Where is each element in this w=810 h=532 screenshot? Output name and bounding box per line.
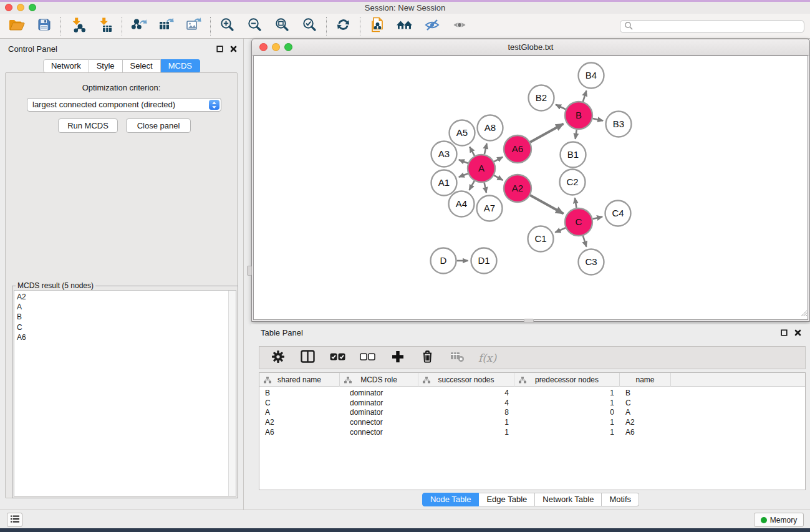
graph-node-C4[interactable]: C4 xyxy=(605,201,631,226)
graph-node-B2[interactable]: B2 xyxy=(529,85,554,111)
graph-node-label: C4 xyxy=(612,208,624,218)
delete-table-button[interactable] xyxy=(448,349,466,367)
graph-node-A4[interactable]: A4 xyxy=(449,191,475,217)
graph-node-C[interactable]: C xyxy=(565,208,592,236)
close-panel-icon[interactable] xyxy=(794,329,802,337)
tab-network-table[interactable]: Network Table xyxy=(535,493,602,506)
graph-node-C3[interactable]: C3 xyxy=(579,249,604,275)
result-scrollbar[interactable] xyxy=(228,291,236,496)
graph-node-A2[interactable]: A2 xyxy=(504,175,531,202)
toolbar-separator xyxy=(326,17,327,36)
mcds-result-item[interactable]: A xyxy=(14,302,228,312)
column-header-shared-name[interactable]: shared name xyxy=(259,373,340,387)
graph-node-A3[interactable]: A3 xyxy=(432,142,457,167)
table-row[interactable]: Cdominator41C xyxy=(259,398,805,408)
column-header-label: successor nodes xyxy=(438,375,494,384)
criterion-dropdown[interactable]: largest connected component (directed) xyxy=(27,98,221,112)
save-button[interactable] xyxy=(35,17,53,35)
graph-node-C2[interactable]: C2 xyxy=(560,170,586,195)
graph-node-A5[interactable]: A5 xyxy=(450,120,475,146)
graph-node-D[interactable]: D xyxy=(431,248,456,274)
network-canvas[interactable]: B4B2BB3A8A5A6A3B1AA1C2A2A4A7C4CC1C3DD1 xyxy=(253,56,808,320)
float-panel-icon[interactable] xyxy=(216,45,224,53)
refresh-button[interactable] xyxy=(334,17,352,35)
column-header-mcds-role[interactable]: MCDS role xyxy=(340,373,418,387)
graph-node-B4[interactable]: B4 xyxy=(579,63,604,89)
run-mcds-button[interactable]: Run MCDS xyxy=(58,118,118,133)
network-window-titlebar[interactable]: testGlobe.txt xyxy=(252,39,809,56)
mcds-result-item[interactable]: A2 xyxy=(14,292,228,302)
search-icon xyxy=(624,21,633,32)
float-panel-icon[interactable] xyxy=(780,329,788,337)
zoom-out-button[interactable] xyxy=(246,17,264,35)
tab-style[interactable]: Style xyxy=(89,59,123,73)
close-network-window-button[interactable] xyxy=(259,43,268,51)
tab-motifs[interactable]: Motifs xyxy=(602,493,639,506)
export-table-button[interactable] xyxy=(157,17,175,35)
hide-selected-button[interactable] xyxy=(423,17,441,35)
graph-node-A7[interactable]: A7 xyxy=(477,196,503,221)
memory-button[interactable]: Memory xyxy=(754,513,804,527)
graph-node-A1[interactable]: A1 xyxy=(432,170,457,196)
mcds-panel: Optimization criterion: largest connecte… xyxy=(5,72,238,498)
new-network-from-selection-button[interactable] xyxy=(368,17,386,35)
column-header-successor-nodes[interactable]: successor nodes xyxy=(418,373,514,387)
graph-node-B3[interactable]: B3 xyxy=(606,112,632,137)
task-history-button[interactable] xyxy=(7,513,22,527)
close-panel-icon[interactable] xyxy=(229,45,238,53)
delete-icon xyxy=(422,350,433,365)
horizontal-splitter-handle[interactable] xyxy=(247,266,252,276)
tab-mcds[interactable]: MCDS xyxy=(161,59,200,73)
table-row[interactable]: A2connector11A2 xyxy=(259,417,805,427)
window-resize-grip[interactable] xyxy=(799,308,808,319)
column-header-label: shared name xyxy=(277,375,321,384)
open-button[interactable] xyxy=(7,17,26,35)
zoom-in-button[interactable] xyxy=(218,17,236,35)
graph-node-C1[interactable]: C1 xyxy=(528,226,554,252)
column-header-predecessor-nodes[interactable]: predecessor nodes xyxy=(514,373,620,387)
tab-node-table[interactable]: Node Table xyxy=(422,493,480,506)
table-cell: 4 xyxy=(418,399,514,407)
column-header-name[interactable]: name xyxy=(620,373,671,387)
deselect-all-button[interactable] xyxy=(359,349,377,367)
close-panel-button[interactable]: Close panel xyxy=(126,118,191,133)
tab-network[interactable]: Network xyxy=(43,59,89,73)
table-row[interactable]: Bdominator41B xyxy=(259,388,805,398)
table-row[interactable]: A6connector11A6 xyxy=(259,427,805,437)
tab-select[interactable]: Select xyxy=(123,59,161,73)
export-network-button[interactable] xyxy=(130,17,148,35)
export-image-button[interactable] xyxy=(185,17,203,35)
graph-node-A6[interactable]: A6 xyxy=(504,135,531,163)
add-button[interactable] xyxy=(388,349,407,367)
toolbar-icon-strip xyxy=(7,17,468,36)
vertical-splitter-handle[interactable] xyxy=(524,319,534,323)
select-all-button[interactable] xyxy=(329,349,347,367)
search-input[interactable] xyxy=(633,22,804,32)
function-button[interactable]: f(x) xyxy=(478,349,496,367)
zoom-fit-button[interactable] xyxy=(273,17,291,35)
table-cell: 1 xyxy=(418,418,514,427)
table-row[interactable]: Adominator80A xyxy=(259,408,805,418)
zoom-network-window-button[interactable] xyxy=(284,43,292,51)
import-network-button[interactable] xyxy=(69,17,87,35)
zoom-selected-button[interactable] xyxy=(301,17,319,35)
export-network-icon xyxy=(131,17,147,35)
mcds-result-item[interactable]: B xyxy=(14,312,228,322)
columns-button[interactable] xyxy=(299,349,317,367)
show-all-button[interactable] xyxy=(450,17,468,35)
mcds-result-item[interactable]: C xyxy=(14,322,228,332)
graph-node-B1[interactable]: B1 xyxy=(561,142,586,168)
graph-node-A[interactable]: A xyxy=(468,155,495,182)
graph-node-D1[interactable]: D1 xyxy=(471,248,497,274)
graph-node-B[interactable]: B xyxy=(565,102,592,129)
delete-button[interactable] xyxy=(418,349,436,367)
search-box[interactable] xyxy=(620,20,804,33)
minimize-network-window-button[interactable] xyxy=(272,43,280,51)
tab-edge-table[interactable]: Edge Table xyxy=(479,493,535,506)
graph-node-A8[interactable]: A8 xyxy=(478,115,503,141)
import-table-button[interactable] xyxy=(96,17,114,35)
home-button[interactable] xyxy=(395,17,413,35)
mcds-result-item[interactable]: A6 xyxy=(14,332,228,342)
graph-node-label: C1 xyxy=(534,233,546,244)
settings-button[interactable] xyxy=(269,349,287,367)
